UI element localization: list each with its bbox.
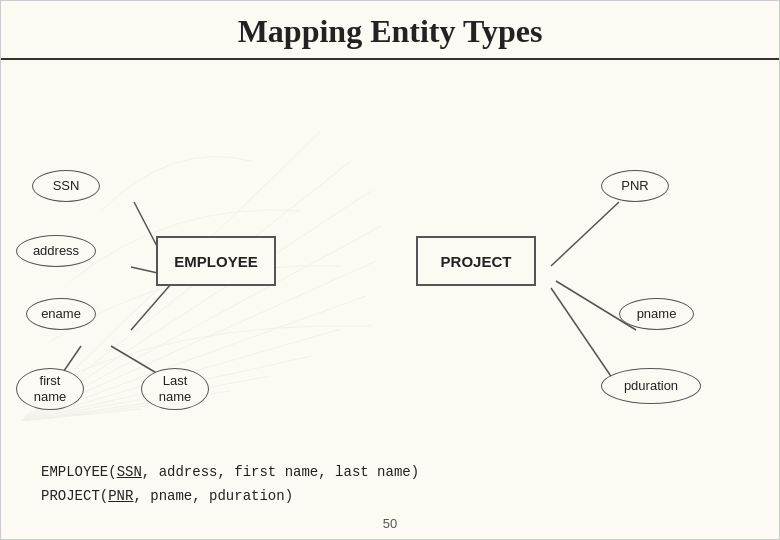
project-schema-line: PROJECT(PNR, pname, pduration) xyxy=(41,485,419,509)
pnr-node: PNR xyxy=(601,170,669,202)
ssn-node: SSN xyxy=(32,170,100,202)
svg-line-2 xyxy=(131,284,171,330)
employee-node: EMPLOYEE xyxy=(156,236,276,286)
firstname-node: first name xyxy=(16,368,84,410)
ename-node: ename xyxy=(26,298,96,330)
pduration-node: pduration xyxy=(601,368,701,404)
title-area: Mapping Entity Types xyxy=(1,13,779,60)
employee-schema-line: EMPLOYEE(SSN, address, first name, last … xyxy=(41,461,419,485)
diagram-area: SSN address ename first name Last name E… xyxy=(1,66,779,449)
pname-node: pname xyxy=(619,298,694,330)
lastname-node: Last name xyxy=(141,368,209,410)
project-node: PROJECT xyxy=(416,236,536,286)
slide: Mapping Entity Types SSN xyxy=(0,0,780,540)
page-number: 50 xyxy=(383,516,397,531)
page-title: Mapping Entity Types xyxy=(238,13,543,49)
bottom-text-area: EMPLOYEE(SSN, address, first name, last … xyxy=(41,461,419,509)
address-node: address xyxy=(16,235,96,267)
svg-line-5 xyxy=(551,202,619,266)
